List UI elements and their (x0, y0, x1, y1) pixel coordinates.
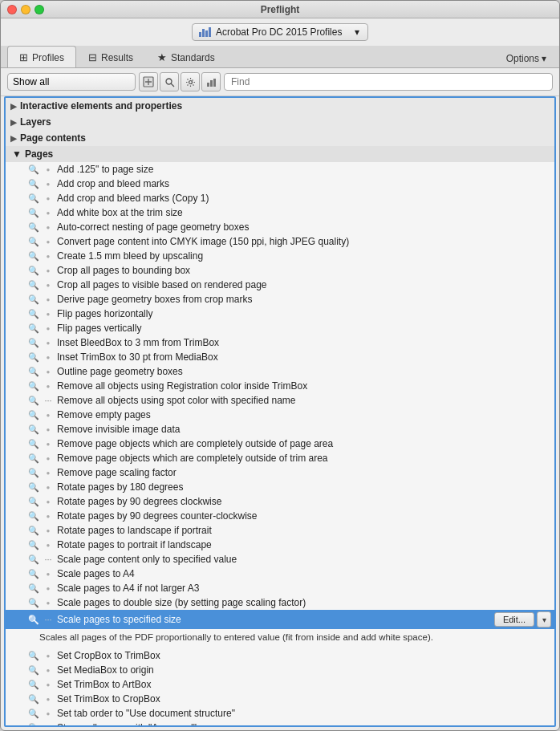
bullet-icon: ● (43, 311, 54, 318)
bullet-icon: ● (43, 696, 54, 703)
bullet-icon: ● (43, 710, 54, 717)
search-small-icon: 🔍 (28, 709, 39, 719)
profile-dropdown[interactable]: Acrobat Pro DC 2015 Profiles ▾ (192, 23, 368, 41)
list-item[interactable]: 🔍 ● Flip pages vertically (6, 321, 554, 335)
bullet-icon: ● (43, 571, 54, 578)
bullet-icon: ● (43, 166, 54, 173)
edit-button[interactable]: Edit... (494, 612, 534, 627)
list-item[interactable]: 🔍 ● Set tab order to "Use document struc… (6, 706, 554, 721)
search-small-icon: 🔍 (28, 453, 39, 464)
svg-point-5 (189, 80, 192, 83)
svg-rect-8 (213, 79, 216, 87)
list-item[interactable]: 🔍 ● Rotate pages by 90 degrees clockwise (6, 494, 554, 509)
search-small-icon: 🔍 (28, 540, 39, 550)
list-item[interactable]: 🔍 ● Inset BleedBox to 3 mm from TrimBox (6, 335, 554, 350)
close-button[interactable] (7, 5, 17, 14)
show-filter-select[interactable]: Show all (7, 73, 136, 91)
search-small-icon: 🔍 (28, 680, 39, 690)
list-item[interactable]: 🔍 ● Remove empty pages (6, 408, 554, 422)
preflight-window: Preflight Acrobat Pro DC 2015 Profiles ▾… (0, 0, 560, 731)
bullet-icon: ● (43, 267, 54, 274)
search-button[interactable] (160, 72, 179, 91)
list-item[interactable]: 🔍 ● Add white box at the trim size (6, 205, 554, 220)
group-interactive[interactable]: ▶ Interactive elements and properties (6, 98, 554, 114)
list-item[interactable]: 🔍 ● Derive page geometry boxes from crop… (6, 292, 554, 307)
list-item[interactable]: 🔍 ● Create 1.5 mm bleed by upscaling (6, 249, 554, 263)
minimize-button[interactable] (21, 5, 30, 14)
search-small-icon: 🔍 (28, 266, 39, 276)
tree-container[interactable]: ▶ Interactive elements and properties ▶ … (6, 98, 554, 725)
list-item[interactable]: 🔍 ● Add .125" to page size (6, 162, 554, 177)
list-item[interactable]: 🔍 ● Set TrimBox to CropBox (6, 692, 554, 706)
bullet-icon: ● (43, 681, 54, 688)
search-small-icon: 🔍 (28, 511, 39, 522)
list-item[interactable]: 🔍 ● Convert page content into CMYK image… (6, 234, 554, 249)
bullet-icon: ● (43, 238, 54, 246)
tab-results[interactable]: ⊟ Results (76, 46, 145, 67)
bullet-icon: ● (43, 667, 54, 674)
title-bar: Preflight (1, 1, 559, 18)
list-item[interactable]: 🔍 ● Add crop and bleed marks (6, 177, 554, 191)
search-small-icon: 🔍 (28, 554, 39, 565)
list-item[interactable]: 🔍 ● Rotate pages to landscape if portrai… (6, 523, 554, 538)
ellipsis-icon: ··· (43, 396, 54, 405)
list-item[interactable]: 🔍 ● Remove page scaling factor (6, 465, 554, 480)
list-item[interactable]: 🔍 ● Stamp all pages with "Approved" (6, 721, 554, 725)
group-page-contents[interactable]: ▶ Page contents (6, 130, 554, 146)
search-small-icon: 🔍 (28, 598, 39, 608)
group-pages[interactable]: ▼ Pages (6, 146, 554, 162)
list-item[interactable]: 🔍 ··· Remove all objects using spot colo… (6, 393, 554, 408)
list-item[interactable]: 🔍 ● Set MediaBox to origin (6, 663, 554, 677)
list-item[interactable]: 🔍 ● Scale pages to A4 if not larger A3 (6, 581, 554, 595)
bullet-icon: ● (43, 325, 54, 332)
list-item[interactable]: 🔍 ● Crop all pages to visible based on r… (6, 278, 554, 292)
options-button[interactable]: Options ▾ (500, 50, 553, 67)
tab-profiles[interactable]: ⊞ Profiles (7, 46, 76, 67)
list-item-selected[interactable]: 🔍 ··· Scale pages to specified size Edit… (6, 610, 554, 629)
dropdown-arrow-button[interactable]: ▾ (537, 611, 551, 627)
bullet-icon: ● (43, 455, 54, 462)
list-item[interactable]: 🔍 ● Crop all pages to bounding box (6, 263, 554, 278)
ellipsis-icon: ··· (43, 554, 54, 564)
list-item[interactable]: 🔍 ··· Scale page content only to specifi… (6, 552, 554, 567)
search-small-icon: 🔍 (28, 439, 39, 449)
list-item[interactable]: 🔍 ● Remove invisible image data (6, 422, 554, 437)
search-small-icon: 🔍 (28, 352, 39, 363)
list-item[interactable]: 🔍 ● Rotate pages by 180 degrees (6, 480, 554, 494)
search-small-icon: 🔍 (28, 179, 39, 189)
list-item[interactable]: 🔍 ● Auto-correct nesting of page geometr… (6, 220, 554, 234)
group-layers[interactable]: ▶ Layers (6, 114, 554, 130)
results-icon: ⊟ (88, 51, 97, 63)
list-item[interactable]: 🔍 ● Remove all objects using Registratio… (6, 379, 554, 393)
list-item[interactable]: 🔍 ● Remove page objects which are comple… (6, 437, 554, 451)
svg-rect-6 (207, 83, 209, 87)
tab-standards[interactable]: ★ Standards (145, 46, 227, 67)
list-item[interactable]: 🔍 ● Rotate pages to portrait if landscap… (6, 538, 554, 552)
search-small-icon: 🔍 (28, 396, 39, 406)
maximize-button[interactable] (34, 5, 44, 14)
list-item[interactable]: 🔍 ● Outline page geometry boxes (6, 364, 554, 379)
bullet-icon: ● (43, 498, 54, 506)
new-item-button[interactable] (139, 72, 158, 91)
list-item[interactable]: 🔍 ● Add crop and bleed marks (Copy 1) (6, 191, 554, 205)
bullet-icon: ● (43, 484, 54, 491)
search-input[interactable] (224, 73, 553, 91)
bullet-icon: ● (43, 542, 54, 549)
chart-button[interactable] (201, 72, 221, 91)
list-item[interactable]: 🔍 ● Inset TrimBox to 30 pt from MediaBox (6, 350, 554, 364)
bullet-icon: ● (43, 599, 54, 607)
settings-button[interactable] (181, 72, 200, 91)
options-chevron-icon: ▾ (542, 53, 546, 64)
chevron-down-icon: ▾ (355, 26, 359, 38)
list-item[interactable]: 🔍 ● Rotate pages by 90 degrees counter-c… (6, 509, 554, 523)
list-item[interactable]: 🔍 ● Set TrimBox to ArtBox (6, 677, 554, 692)
list-item[interactable]: 🔍 ● Scale pages to double size (by setti… (6, 595, 554, 610)
filter-bar: Show all (1, 68, 559, 96)
search-small-icon: 🔍 (28, 280, 39, 290)
search-small-icon: 🔍 (28, 468, 39, 478)
list-item[interactable]: 🔍 ● Set CropBox to TrimBox (6, 648, 554, 663)
list-item[interactable]: 🔍 ● Scale pages to A4 (6, 567, 554, 581)
list-item[interactable]: 🔍 ● Flip pages horizontally (6, 307, 554, 321)
list-item[interactable]: 🔍 ● Remove page objects which are comple… (6, 451, 554, 465)
bullet-icon: ● (43, 426, 54, 433)
